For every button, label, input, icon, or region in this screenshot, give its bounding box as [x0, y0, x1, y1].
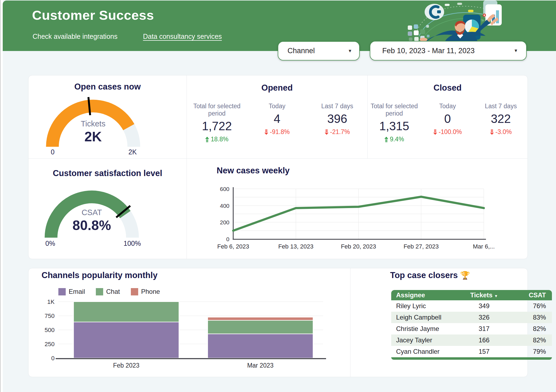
cell-csat: 76%	[506, 302, 552, 310]
svg-text:Feb 6, 2023: Feb 6, 2023	[217, 243, 249, 250]
arrow-down-icon	[325, 129, 328, 135]
svg-text:600: 600	[220, 186, 229, 192]
cell-tickets: 166	[462, 336, 506, 344]
csat-gauge-label: CSAT	[62, 208, 122, 217]
kpi-stat: Total for selected period1,3159.4%	[368, 103, 421, 143]
table-row: Leigh Campbell32683%	[391, 312, 552, 323]
svg-text:Feb 13, 2023: Feb 13, 2023	[278, 243, 314, 250]
svg-text:200: 200	[220, 219, 229, 225]
svg-text:250: 250	[45, 341, 55, 348]
kpi-stat: Last 7 days396-21.7%	[307, 103, 367, 143]
kpi-label: Last 7 days	[476, 103, 525, 110]
legend-item: Phone	[131, 288, 160, 295]
svg-text:500: 500	[45, 327, 55, 333]
csat-panel: Customer satisfaction level CSAT 80.8% 0…	[29, 159, 187, 259]
legend-item: Chat	[96, 288, 120, 295]
channels-popularity-chart: 02505007501KFeb 2023Mar 2023	[29, 298, 350, 374]
open-cases-gauge-min: 0	[51, 148, 55, 156]
legend-label: Chat	[106, 288, 120, 295]
cell-assignee: Cyan Chandler	[391, 348, 462, 355]
cell-csat: 82%	[506, 325, 552, 333]
kpi-value: 322	[476, 112, 525, 126]
channel-filter-dropdown[interactable]: Channel ▼	[278, 41, 360, 60]
kpi-delta: 9.4%	[370, 136, 419, 143]
top-closers-table: Assignee Tickets▼ CSAT Riley Lyric34976%…	[391, 290, 552, 360]
channels-popularity-panel: Channels popularity monthly EmailChatPho…	[29, 268, 350, 377]
csat-gauge-min: 0%	[45, 240, 55, 247]
kpi-value: 1,315	[370, 119, 419, 133]
svg-text:Mar 6,...: Mar 6,...	[473, 243, 495, 250]
csat-gauge-max: 100%	[124, 240, 141, 247]
bottom-card-block: Channels popularity monthly EmailChatPho…	[28, 268, 528, 377]
kpi-stat: Last 7 days322-3.0%	[474, 103, 527, 143]
new-cases-weekly-chart: 0200400600Feb 6, 2023Feb 13, 2023Feb 20,…	[187, 182, 528, 256]
svg-text:750: 750	[45, 313, 55, 319]
cell-assignee: Leigh Campbell	[391, 314, 462, 321]
dashboard-page: Customer Success Check available integra…	[0, 0, 556, 392]
kpi-value: 396	[309, 112, 365, 126]
channel-filter-label: Channel	[288, 47, 348, 55]
new-cases-weekly-panel: New cases weekly 0200400600Feb 6, 2023Fe…	[187, 159, 527, 259]
open-cases-gauge-center: Tickets 2K	[63, 119, 123, 145]
legend-label: Email	[69, 288, 85, 295]
cell-tickets: 317	[462, 325, 506, 333]
opened-title: Opened	[187, 83, 367, 93]
legend-label: Phone	[141, 288, 160, 295]
top-closers-table-body: Riley Lyric34976%Leigh Campbell32683%Chr…	[391, 300, 552, 357]
cell-csat: 83%	[506, 314, 552, 321]
opened-stats: Total for selected period1,72218.8%Today…	[187, 103, 367, 143]
csat-gauge-center: CSAT 80.8%	[62, 208, 122, 233]
closed-panel: Closed Total for selected period1,3159.4…	[368, 75, 527, 159]
arrow-up-icon	[205, 137, 209, 142]
kpi-delta: -100.0%	[423, 128, 472, 136]
column-header-tickets[interactable]: Tickets▼	[462, 291, 506, 299]
top-closers-table-header: Assignee Tickets▼ CSAT	[391, 290, 552, 300]
cell-tickets: 349	[462, 302, 506, 310]
kpi-value: 0	[423, 112, 472, 126]
cell-assignee: Riley Lyric	[391, 302, 462, 310]
top-closers-table-footer-bar	[391, 357, 552, 360]
svg-text:Feb 20, 2023: Feb 20, 2023	[341, 243, 376, 250]
arrow-up-icon	[384, 137, 388, 142]
top-case-closers-title: Top case closers 🏆	[390, 270, 470, 280]
channels-popularity-title: Channels popularity monthly	[42, 270, 157, 280]
opened-panel: Opened Total for selected period1,72218.…	[187, 75, 368, 159]
link-check-integrations[interactable]: Check available integrations	[33, 33, 118, 40]
legend-item: Email	[58, 288, 85, 295]
top-case-closers-panel: Top case closers 🏆 Assignee Tickets▼ CSA…	[350, 268, 527, 377]
kpi-label: Today	[423, 103, 472, 110]
logo-icon	[425, 4, 444, 20]
column-header-assignee: Assignee	[391, 291, 462, 299]
table-row: Cyan Chandler15779%	[391, 346, 552, 357]
chevron-down-icon: ▼	[348, 49, 352, 53]
arrow-down-icon	[264, 129, 268, 135]
table-row: Riley Lyric34976%	[391, 300, 552, 312]
kpi-stat: Today4-91.8%	[247, 103, 307, 143]
svg-text:0: 0	[226, 236, 229, 242]
top-case-closers-title-text: Top case closers	[390, 270, 458, 280]
link-data-consultancy[interactable]: Data consultancy services	[143, 33, 222, 40]
header-illustration	[404, 1, 505, 42]
svg-text:0: 0	[51, 355, 55, 362]
sort-desc-icon: ▼	[494, 294, 498, 298]
closed-title: Closed	[368, 83, 527, 93]
new-cases-weekly-title: New cases weekly	[217, 166, 290, 176]
cell-assignee: Jacey Tayler	[391, 336, 462, 344]
svg-text:Feb 27, 2023: Feb 27, 2023	[403, 243, 439, 250]
table-row: Jacey Tayler16682%	[391, 334, 552, 346]
arrow-down-icon	[490, 129, 494, 135]
kpi-delta: -91.8%	[249, 128, 305, 136]
kpi-card-block: Open cases now Tickets 2K 0 2K Opened To…	[28, 75, 528, 259]
date-range-dropdown[interactable]: Feb 10, 2023 - Mar 11, 2023 ▼	[370, 41, 527, 60]
legend-swatch	[96, 288, 103, 295]
trophy-icon: 🏆	[460, 271, 470, 280]
kpi-delta: 18.8%	[189, 136, 245, 143]
page-title: Customer Success	[32, 8, 154, 23]
open-cases-panel: Open cases now Tickets 2K 0 2K	[29, 75, 187, 159]
kpi-delta: -3.0%	[476, 128, 525, 136]
cell-csat: 79%	[506, 348, 552, 355]
kpi-stat: Total for selected period1,72218.8%	[187, 103, 247, 143]
csat-gauge-value: 80.8%	[62, 218, 122, 233]
open-cases-gauge-value: 2K	[63, 129, 123, 145]
cell-tickets: 157	[462, 348, 506, 355]
